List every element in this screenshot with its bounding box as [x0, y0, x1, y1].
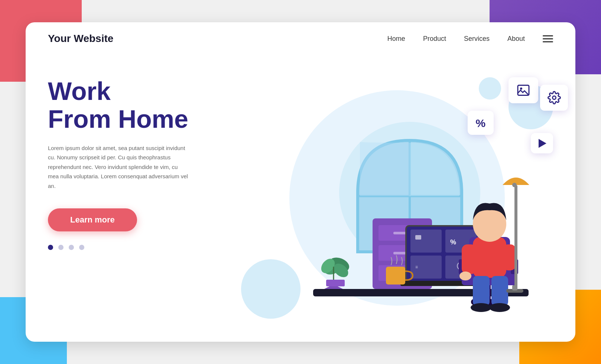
learn-more-button[interactable]: Learn more	[48, 208, 137, 231]
svg-rect-46	[473, 276, 490, 306]
svg-rect-20	[415, 235, 421, 240]
svg-rect-25	[386, 267, 405, 285]
hamburger-line-1	[543, 35, 553, 36]
hero-title: Work From Home	[48, 77, 196, 133]
svg-rect-41	[473, 237, 506, 278]
svg-point-51	[512, 183, 517, 187]
svg-marker-3	[539, 139, 546, 148]
hamburger-line-3	[543, 41, 553, 42]
hero-title-line1: Work	[48, 77, 111, 105]
svg-rect-53	[512, 285, 517, 290]
svg-rect-47	[491, 276, 508, 306]
bg-circle-small-2	[479, 77, 501, 100]
right-panel: %	[219, 55, 575, 341]
float-card-image	[509, 77, 538, 103]
site-logo[interactable]: Your Website	[48, 33, 113, 45]
svg-text:%: %	[450, 238, 456, 246]
svg-rect-44	[503, 244, 516, 270]
hero-title-line2: From Home	[48, 105, 188, 133]
hamburger-line-2	[543, 38, 553, 39]
left-panel: Work From Home Lorem ipsum dolor sit ame…	[26, 55, 219, 341]
dot-2[interactable]	[58, 245, 64, 250]
svg-rect-16	[410, 230, 442, 253]
dot-3[interactable]	[69, 245, 74, 250]
main-card: Your Website Home Product Services About…	[26, 22, 575, 342]
svg-point-43	[459, 272, 471, 280]
dot-indicators	[48, 245, 196, 250]
svg-rect-50	[514, 185, 517, 291]
svg-point-48	[471, 303, 491, 312]
svg-rect-26	[326, 280, 345, 286]
nav-link-home[interactable]: Home	[387, 35, 405, 43]
svg-rect-42	[462, 244, 477, 274]
dot-4[interactable]	[79, 245, 84, 250]
gear-icon	[548, 91, 561, 104]
nav-links: Home Product Services About	[387, 35, 553, 43]
nav-link-services[interactable]: Services	[464, 35, 490, 43]
dot-1[interactable]	[48, 245, 53, 250]
float-card-gear	[540, 85, 568, 111]
image-icon	[517, 84, 530, 97]
nav-link-product[interactable]: Product	[423, 35, 446, 43]
main-illustration: % ≡	[283, 111, 536, 334]
svg-point-49	[489, 303, 510, 312]
navbar: Your Website Home Product Services About	[26, 22, 575, 55]
nav-link-about[interactable]: About	[507, 35, 525, 43]
play-icon	[535, 137, 549, 150]
hamburger-menu-icon[interactable]	[543, 35, 553, 42]
main-content: Work From Home Lorem ipsum dolor sit ame…	[26, 55, 575, 341]
svg-point-1	[520, 88, 522, 90]
hero-subtitle: Lorem ipsum dolor sit amet, sea putant s…	[48, 143, 189, 191]
svg-text:≡: ≡	[415, 264, 418, 270]
